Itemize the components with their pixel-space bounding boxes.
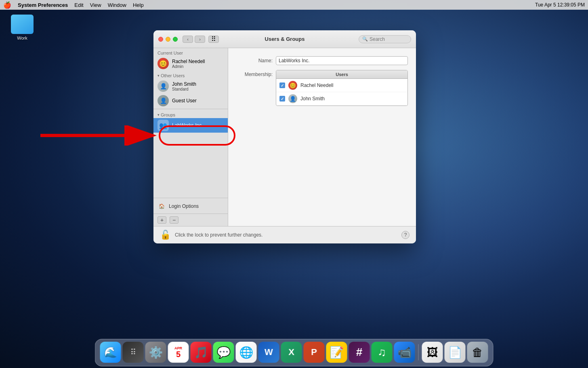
members-header: Users (276, 70, 407, 79)
login-options-item[interactable]: 🏠 Login Options (153, 199, 228, 214)
member-row-rachel[interactable]: 😊 Rachel Needell (276, 79, 407, 92)
spotify-icon: ♫ (378, 346, 386, 359)
john-member-avatar: 👤 (288, 94, 297, 103)
sidebar-item-rachel[interactable]: 😊 Rachel Needell Admin (153, 56, 228, 71)
dock-item-music[interactable]: 🎵 (191, 342, 212, 363)
add-button[interactable]: + (158, 216, 166, 224)
dock-item-trash[interactable]: 🗑 (467, 342, 488, 363)
dock-item-preview[interactable]: 🖼 (422, 342, 443, 363)
dock-item-launchpad[interactable]: ⠿ (123, 342, 144, 363)
traffic-lights (158, 37, 178, 42)
dock-item-system-preferences[interactable]: ⚙️ (145, 342, 166, 363)
system-preferences-icon: ⚙️ (149, 346, 163, 359)
other-users-section-label: ▾ Other Users (153, 71, 228, 79)
rachel-name: Rachel Needell (172, 59, 205, 64)
search-icon: 🔍 (362, 36, 368, 42)
apple-menu[interactable]: 🍎 (3, 1, 11, 9)
sidebar-item-guest[interactable]: 👤 Guest User (153, 93, 228, 108)
main-content: Name: Membership: Users 😊 Rachel Needell (228, 48, 416, 226)
window-search[interactable]: 🔍 (359, 35, 411, 43)
dock-item-word[interactable]: W (258, 342, 279, 363)
name-input[interactable] (276, 56, 408, 65)
trash-icon: 🗑 (472, 346, 483, 359)
remove-button[interactable]: − (170, 216, 178, 224)
launchpad-icon: ⠿ (130, 347, 136, 357)
labworks-name: LabWorks Inc. (172, 123, 203, 128)
dock-item-chrome[interactable]: 🌐 (236, 342, 257, 363)
maximize-button[interactable] (173, 37, 178, 42)
dock-item-messages[interactable]: 💬 (213, 342, 234, 363)
guest-avatar: 👤 (158, 95, 169, 106)
search-input[interactable] (370, 36, 410, 42)
john-role: Standard (172, 87, 196, 91)
labworks-info: LabWorks Inc. (172, 123, 203, 128)
forward-button[interactable]: › (195, 36, 205, 43)
groups-section-label: ▾ Groups (153, 110, 228, 118)
lock-text[interactable]: Click the lock to prevent further change… (175, 232, 397, 238)
menu-app-name[interactable]: System Preferences (18, 2, 68, 8)
window-titlebar: ‹ › ⠿ Users & Groups 🔍 (153, 30, 416, 48)
dock-item-notes[interactable]: 📝 (326, 342, 347, 363)
rachel-checkbox[interactable] (279, 82, 285, 88)
music-icon: 🎵 (194, 346, 208, 359)
dock-item-slack[interactable]: # (349, 342, 370, 363)
dock-item-zoom[interactable]: 📹 (394, 342, 415, 363)
word-icon: W (265, 347, 273, 357)
help-button[interactable]: ? (401, 231, 410, 239)
grid-button[interactable]: ⠿ (208, 36, 219, 43)
menubar: 🍎 System Preferences Edit View Window He… (0, 0, 588, 10)
excel-icon: X (288, 347, 294, 357)
back-button[interactable]: ‹ (183, 36, 193, 43)
name-label: Name: (236, 58, 273, 63)
john-member-name: John Smith (300, 96, 325, 102)
desktop-folder-work[interactable]: Work (8, 15, 36, 40)
current-user-section-label: Current User (153, 48, 228, 56)
minimize-button[interactable] (166, 37, 170, 42)
john-checkbox[interactable] (279, 96, 285, 102)
calendar-date-label: 5 (176, 350, 181, 358)
window-nav: ‹ › ⠿ (183, 36, 219, 43)
dock-item-powerpoint[interactable]: P (304, 342, 325, 363)
house-icon: 🏠 (158, 202, 166, 210)
dock-item-spotify[interactable]: ♫ (372, 342, 393, 363)
sidebar: Current User 😊 Rachel Needell Admin ▾ Ot… (153, 48, 228, 226)
menu-view[interactable]: View (90, 2, 101, 8)
rachel-member-avatar: 😊 (288, 81, 297, 90)
preview-icon: 🖼 (427, 346, 438, 359)
rachel-member-name: Rachel Needell (300, 82, 333, 88)
dock: 🌊 ⠿ ⚙️ APR 5 🎵 💬 🌐 W X P 📝 # ♫ 📹 🖼 � (95, 339, 494, 366)
close-button[interactable] (158, 37, 163, 42)
rachel-role: Admin (172, 64, 205, 69)
john-info: John Smith Standard (172, 81, 196, 91)
window-title: Users & Groups (265, 36, 305, 42)
menu-help[interactable]: Help (133, 2, 144, 8)
john-avatar: 👤 (158, 80, 169, 92)
messages-icon: 💬 (216, 346, 231, 359)
dock-item-excel[interactable]: X (281, 342, 302, 363)
member-row-john[interactable]: 👤 John Smith (276, 92, 407, 106)
name-field-row: Name: (236, 56, 408, 65)
dock-item-calendar[interactable]: APR 5 (168, 342, 189, 363)
window-body: Current User 😊 Rachel Needell Admin ▾ Ot… (153, 48, 416, 226)
menu-window[interactable]: Window (108, 2, 126, 8)
zoom-icon: 📹 (397, 346, 412, 359)
dock-item-files[interactable]: 📄 (445, 342, 466, 363)
menu-edit[interactable]: Edit (74, 2, 83, 8)
window-footer: 🔓 Click the lock to prevent further chan… (153, 226, 416, 243)
slack-icon: # (356, 346, 363, 359)
sidebar-item-john[interactable]: 👤 John Smith Standard (153, 79, 228, 93)
rachel-avatar: 😊 (158, 58, 169, 69)
users-and-groups-window: ‹ › ⠿ Users & Groups 🔍 Current User 😊 Ra… (153, 30, 416, 243)
labworks-avatar: 👥 (158, 120, 169, 131)
sidebar-item-labworks[interactable]: 👥 LabWorks Inc. (153, 118, 228, 133)
folder-icon (11, 15, 34, 34)
folder-label: Work (17, 36, 27, 40)
chrome-icon: 🌐 (239, 346, 253, 359)
dock-item-finder[interactable]: 🌊 (100, 342, 121, 363)
membership-label: Membership: (236, 70, 273, 77)
dock-divider (418, 344, 419, 360)
guest-name: Guest User (172, 98, 197, 104)
membership-table: Users 😊 Rachel Needell 👤 (276, 70, 408, 106)
lock-icon[interactable]: 🔓 (160, 230, 171, 240)
login-options-label: Login Options (169, 203, 199, 209)
